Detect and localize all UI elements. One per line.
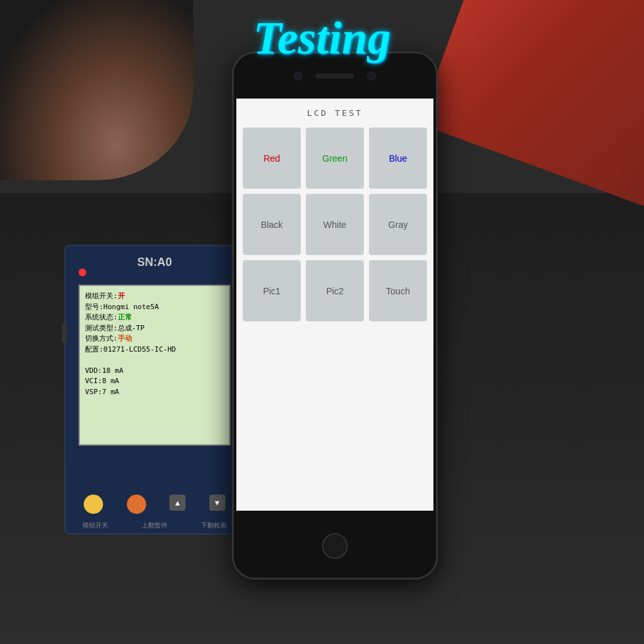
testing-title: Testing <box>253 12 390 65</box>
tester-line-6: 配置:01271-LCD55-IC-HD <box>85 345 224 355</box>
tester-btn-down[interactable]: ▼ <box>209 495 225 511</box>
lcd-cell-pic1[interactable]: Pic1 <box>243 260 301 321</box>
lcd-cell-green[interactable]: Green <box>306 128 364 189</box>
tester-btn-orange[interactable] <box>127 495 146 514</box>
lcd-test-grid: Red Green Blue Black White Gray <box>243 128 427 321</box>
phone-screen: LCD TEST Red Green Blue Black White <box>236 99 433 511</box>
lcd-test-title: LCD TEST <box>243 108 427 118</box>
phone-home-button[interactable] <box>322 533 348 559</box>
lcd-cell-gray[interactable]: Gray <box>369 194 427 255</box>
tester-label-3: 下翻检索 <box>201 521 227 530</box>
tester-line-1: 模组开关:开 <box>85 291 224 302</box>
tester-line-3: 系统状态:正常 <box>85 312 224 323</box>
tester-vci: VCI:8 mA <box>85 376 224 387</box>
lcd-cell-black[interactable]: Black <box>243 194 301 255</box>
phone-device: LCD TEST Red Green Blue Black White <box>232 52 438 580</box>
lcd-cell-red[interactable]: Red <box>243 128 301 189</box>
tester-label-2: 上翻暂停 <box>142 521 167 530</box>
phone-bottom <box>234 511 436 580</box>
hand-area <box>0 0 193 180</box>
tester-vdd: VDD:18 mA <box>85 366 224 377</box>
phone-sensor <box>367 71 376 80</box>
tester-line-4: 测试类型:总成-TP <box>85 323 224 334</box>
lcd-cell-touch[interactable]: Touch <box>369 260 427 321</box>
tester-device: SN:A0 模组开关:开 型号:Hongmi note5A 系统状态:正常 测试… <box>64 245 245 535</box>
tester-serial: SN:A0 <box>137 256 172 269</box>
lcd-cell-white[interactable]: White <box>306 194 364 255</box>
tester-side-button[interactable] <box>62 323 67 343</box>
tester-button-row: ▲ ▼ <box>72 495 237 514</box>
lcd-test-app: LCD TEST Red Green Blue Black White <box>236 99 433 511</box>
tester-line-5: 切换方式:手动 <box>85 334 224 345</box>
tester-label-1: 模组开关 <box>82 521 108 530</box>
tester-vsp: VSP:7 mA <box>85 387 224 398</box>
lcd-cell-blue[interactable]: Blue <box>369 128 427 189</box>
usb-indicator-led <box>79 269 86 276</box>
tester-line-2: 型号:Hongmi note5A <box>85 302 224 313</box>
tester-screen: 模组开关:开 型号:Hongmi note5A 系统状态:正常 测试类型:总成-… <box>79 285 231 446</box>
tester-bottom-labels: 模组开关 上翻暂停 下翻检索 <box>66 521 243 530</box>
lcd-cell-pic2[interactable]: Pic2 <box>306 260 364 321</box>
tester-btn-up[interactable]: ▲ <box>169 495 185 511</box>
phone-speaker <box>316 73 354 79</box>
tester-btn-yellow[interactable] <box>84 495 103 514</box>
phone-camera <box>294 71 303 80</box>
